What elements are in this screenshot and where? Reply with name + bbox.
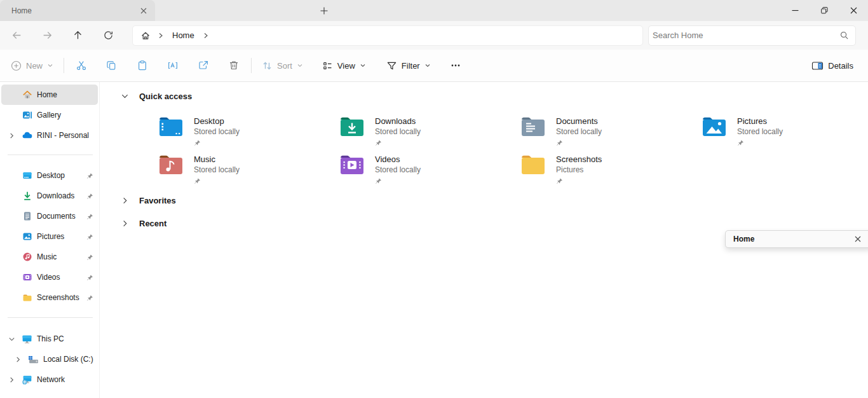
- tile-downloads[interactable]: Downloads Stored locally: [340, 116, 513, 146]
- sidebar-item-network[interactable]: Network: [1, 369, 98, 390]
- copy-button[interactable]: [99, 54, 125, 77]
- videos-folder-icon: [340, 154, 364, 184]
- this-pc-icon: [22, 334, 32, 345]
- sidebar-item-documents[interactable]: Documents: [1, 206, 98, 226]
- sidebar-item-label: Home: [37, 90, 57, 99]
- close-button[interactable]: [839, 0, 868, 21]
- sidebar-item-gallery[interactable]: Gallery: [1, 105, 98, 125]
- new-tab-button[interactable]: [315, 3, 333, 18]
- share-button[interactable]: [191, 54, 216, 77]
- refresh-button[interactable]: [93, 24, 123, 47]
- tile-subtitle: Stored locally: [375, 127, 421, 137]
- pin-icon: [86, 172, 93, 179]
- tooltip-label: Home: [733, 235, 754, 244]
- view-icon: [322, 60, 333, 71]
- search-box[interactable]: [648, 25, 856, 46]
- section-quick-access[interactable]: Quick access: [121, 92, 192, 101]
- cut-button[interactable]: [69, 54, 94, 77]
- sidebar-item-label: Network: [37, 375, 65, 384]
- breadcrumb-chevron-icon[interactable]: [157, 32, 165, 39]
- tile-documents[interactable]: Documents Stored locally: [521, 116, 694, 146]
- tile-subtitle: Stored locally: [194, 165, 240, 175]
- up-button[interactable]: [62, 24, 93, 47]
- gallery-icon: [22, 110, 32, 121]
- command-toolbar: New Sort: [0, 50, 868, 82]
- sidebar-item-this-pc[interactable]: This PC: [1, 329, 98, 349]
- section-favorites[interactable]: Favorites: [121, 196, 176, 205]
- chevron-right-icon[interactable]: [1, 376, 22, 383]
- onedrive-cloud-icon: [22, 130, 32, 141]
- back-button[interactable]: [1, 24, 32, 47]
- sidebar-item-music[interactable]: Music: [1, 247, 98, 267]
- delete-button[interactable]: [221, 54, 247, 77]
- sidebar-item-onedrive[interactable]: RINI - Personal: [1, 125, 98, 146]
- documents-folder-icon: [521, 116, 545, 146]
- desktop-icon: [22, 170, 32, 181]
- tooltip-close-icon[interactable]: [852, 233, 864, 245]
- more-options-button[interactable]: [443, 54, 468, 77]
- sort-button[interactable]: Sort: [256, 54, 309, 77]
- pin-icon: [556, 139, 602, 146]
- pictures-icon: [22, 231, 32, 242]
- sidebar-item-videos[interactable]: Videos: [1, 267, 98, 287]
- chevron-down-icon[interactable]: [1, 336, 22, 343]
- sidebar-item-pictures[interactable]: Pictures: [1, 226, 98, 247]
- tile-desktop[interactable]: Desktop Stored locally: [159, 116, 332, 146]
- documents-icon: [22, 211, 32, 222]
- section-label: Recent: [139, 219, 166, 228]
- search-icon[interactable]: [839, 31, 849, 40]
- rename-button[interactable]: [160, 54, 186, 77]
- chevron-down-icon[interactable]: [121, 92, 129, 100]
- tile-screenshots[interactable]: Screenshots Pictures: [521, 154, 694, 184]
- tab-close-icon[interactable]: [137, 4, 150, 17]
- view-button[interactable]: View: [316, 54, 372, 77]
- section-recent[interactable]: Recent: [121, 219, 166, 228]
- chevron-right-icon[interactable]: [121, 219, 129, 228]
- search-input[interactable]: [653, 31, 839, 40]
- filter-button[interactable]: Filter: [381, 54, 437, 77]
- sidebar-separator: [8, 317, 93, 318]
- details-button[interactable]: Details: [806, 54, 859, 77]
- filter-label: Filter: [402, 61, 420, 71]
- pin-icon: [737, 139, 783, 146]
- new-button[interactable]: New: [5, 54, 59, 77]
- address-bar[interactable]: Home: [132, 25, 643, 46]
- home-breadcrumb-icon[interactable]: [138, 28, 153, 43]
- sidebar-item-local-disk-c[interactable]: Local Disk (C:): [1, 349, 98, 369]
- music-icon: [22, 252, 32, 263]
- chevron-right-icon[interactable]: [121, 196, 129, 205]
- home-tooltip: Home: [725, 230, 868, 248]
- tile-videos[interactable]: Videos Stored locally: [340, 154, 513, 184]
- sidebar-item-screenshots[interactable]: Screenshots: [1, 287, 98, 308]
- tab-home[interactable]: Home: [0, 0, 155, 21]
- home-icon: [22, 90, 32, 100]
- maximize-button[interactable]: [810, 0, 839, 21]
- chevron-down-icon: [297, 62, 303, 69]
- screenshots-folder-icon: [521, 154, 545, 184]
- toolbar-separator: [251, 58, 252, 73]
- tile-music[interactable]: Music Stored locally: [159, 154, 332, 184]
- minimize-button[interactable]: [780, 0, 810, 21]
- details-label: Details: [828, 61, 853, 71]
- sort-label: Sort: [277, 61, 292, 71]
- forward-button[interactable]: [32, 24, 62, 47]
- sidebar-item-desktop[interactable]: Desktop: [1, 165, 98, 186]
- section-label: Favorites: [139, 196, 176, 205]
- tile-subtitle: Pictures: [556, 165, 602, 175]
- window-controls: [780, 0, 868, 21]
- tile-name: Documents: [556, 116, 602, 127]
- breadcrumb-chevron-icon[interactable]: [202, 32, 210, 39]
- paste-button[interactable]: [130, 54, 155, 77]
- chevron-right-icon[interactable]: [1, 132, 22, 139]
- toolbar-separator: [64, 58, 64, 73]
- chevron-right-icon[interactable]: [8, 356, 28, 363]
- tile-subtitle: Stored locally: [375, 165, 421, 175]
- sidebar-item-label: Music: [37, 252, 57, 261]
- breadcrumb-segment-home[interactable]: Home: [168, 29, 198, 41]
- tile-pictures[interactable]: Pictures Stored locally: [702, 116, 868, 146]
- tile-name: Downloads: [375, 116, 421, 127]
- sidebar-item-home[interactable]: Home: [1, 85, 98, 105]
- sidebar-item-downloads[interactable]: Downloads: [1, 186, 98, 206]
- details-pane-icon: [811, 60, 824, 71]
- pin-icon: [86, 233, 93, 240]
